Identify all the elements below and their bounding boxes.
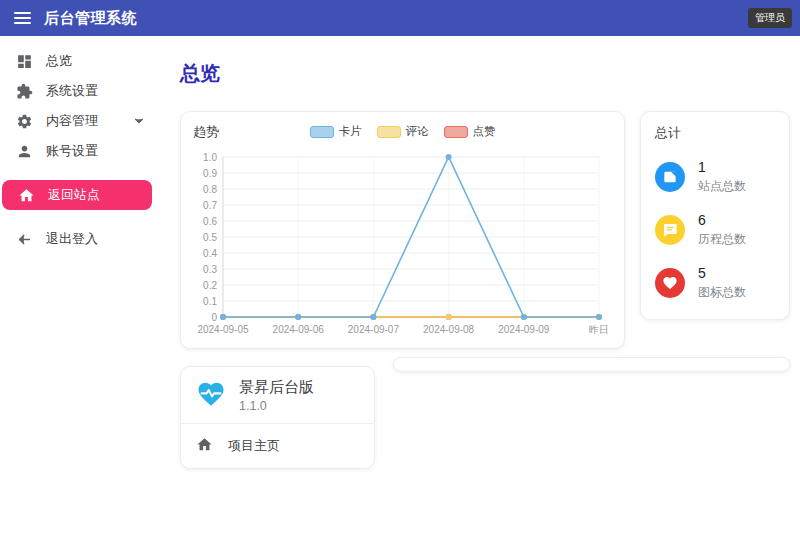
chart-legend: 卡片评论点赞 [181,124,624,139]
svg-text:2024-09-09: 2024-09-09 [498,324,550,335]
svg-text:0.7: 0.7 [203,200,217,211]
admin-button[interactable]: 管理员 [748,8,792,28]
home-icon [196,436,213,456]
sidebar-item-label: 返回站点 [48,186,100,204]
stat-label: 图标总数 [698,284,746,301]
svg-text:0.9: 0.9 [203,168,217,179]
about-card: 景昇后台版 1.1.0 项目主页 [180,366,375,469]
sidebar: 总览系统设置内容管理账号设置返回站点退出登入 [0,36,160,254]
comment-icon [655,215,685,245]
chevron-down-icon[interactable] [132,114,146,128]
main-content: 总览 趋势 卡片评论点赞 00.10.20.30.40.50.60.70.80.… [160,36,800,469]
puzzle-icon [15,82,33,100]
dashboard-icon [15,52,33,70]
legend-item-0[interactable]: 卡片 [310,124,362,139]
legend-item-2[interactable]: 点赞 [444,124,496,139]
svg-text:2024-09-07: 2024-09-07 [348,324,400,335]
svg-text:2024-09-06: 2024-09-06 [273,324,325,335]
menu-icon[interactable] [14,10,31,26]
legend-label: 点赞 [473,124,496,139]
svg-text:0.3: 0.3 [203,264,217,275]
legend-swatch [444,126,468,138]
arrow-left-icon [15,230,33,248]
sidebar-item-label: 总览 [46,52,72,70]
home-icon [17,186,35,204]
sidebar-item-label: 退出登入 [46,230,98,248]
empty-card [393,357,790,372]
svg-text:2024-09-08: 2024-09-08 [423,324,475,335]
stat-value: 1 [698,159,746,175]
svg-text:0.1: 0.1 [203,296,217,307]
sidebar-item-label: 系统设置 [46,82,98,100]
project-home-link[interactable]: 项目主页 [181,424,374,468]
app-version: 1.1.0 [239,399,314,413]
heart-pulse-icon [196,379,226,413]
legend-swatch [310,126,334,138]
stat-label: 历程总数 [698,231,746,248]
sidebar-item-label: 账号设置 [46,142,98,160]
stat-value: 6 [698,212,746,228]
svg-text:0: 0 [211,312,217,323]
svg-text:1.0: 1.0 [203,152,217,163]
sidebar-item-3[interactable]: 账号设置 [0,136,160,166]
legend-label: 卡片 [339,124,362,139]
stat-row-1: 6历程总数 [655,212,775,248]
svg-text:0.8: 0.8 [203,184,217,195]
legend-swatch [377,126,401,138]
svg-text:昨日: 昨日 [589,324,609,335]
svg-text:0.4: 0.4 [203,248,217,259]
sidebar-item-1[interactable]: 系统设置 [0,76,160,106]
totals-card-title: 总计 [655,124,775,142]
legend-item-1[interactable]: 评论 [377,124,429,139]
sidebar-item-5[interactable]: 退出登入 [0,224,160,254]
stat-label: 站点总数 [698,178,746,195]
totals-stats: 1站点总数6历程总数5图标总数 [655,159,775,301]
legend-label: 评论 [406,124,429,139]
topbar: 后台管理系统 管理员 [0,0,800,36]
stat-row-2: 5图标总数 [655,265,775,301]
stat-value: 5 [698,265,746,281]
svg-text:0.5: 0.5 [203,232,217,243]
person-icon [15,142,33,160]
page-title: 总览 [180,60,790,87]
sidebar-item-4[interactable]: 返回站点 [2,180,152,210]
app-title: 后台管理系统 [44,9,137,28]
trend-card: 趋势 卡片评论点赞 00.10.20.30.40.50.60.70.80.91.… [180,111,625,349]
sidebar-item-0[interactable]: 总览 [0,46,160,76]
sidebar-item-label: 内容管理 [46,112,98,130]
gear-icon [15,112,33,130]
heart-icon [655,268,685,298]
trend-line-chart[interactable]: 00.10.20.30.40.50.60.70.80.91.02024-09-0… [193,147,613,343]
project-home-label: 项目主页 [228,437,280,455]
card-icon [655,162,685,192]
app-name: 景昇后台版 [239,378,314,397]
svg-text:2024-09-05: 2024-09-05 [197,324,249,335]
totals-card: 总计 1站点总数6历程总数5图标总数 [640,111,790,320]
stat-row-0: 1站点总数 [655,159,775,195]
sidebar-item-2[interactable]: 内容管理 [0,106,160,136]
svg-text:0.2: 0.2 [203,280,217,291]
svg-text:0.6: 0.6 [203,216,217,227]
